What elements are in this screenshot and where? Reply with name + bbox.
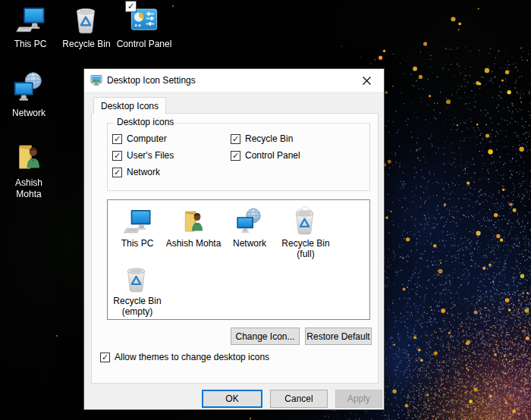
group-label: Desktop icons [114, 117, 177, 127]
preview-item-label: Ashish Mohta [166, 238, 222, 249]
checkbox-box[interactable]: ✓ [112, 151, 122, 161]
desktop-icon-this-pc[interactable]: This PC [3, 4, 58, 50]
checkbox-label: Recycle Bin [245, 133, 293, 144]
check-icon: ✓ [114, 168, 121, 176]
preview-item-network[interactable]: Network [222, 206, 278, 259]
user-folder-icon [11, 139, 46, 174]
restore-default-label: Restore Default [306, 331, 369, 342]
item-selection-checkbox[interactable]: ✓ [125, 1, 137, 12]
apply-label: Apply [347, 393, 370, 404]
check-icon: ✓ [114, 152, 121, 159]
restore-default-button[interactable]: Restore Default [305, 328, 372, 345]
preview-item-label: Network [233, 238, 266, 249]
desktop-icon-label: Recycle Bin [62, 39, 110, 50]
checkbox-recycle-bin[interactable]: ✓ Recycle Bin [231, 133, 293, 145]
desktop-icon-control-panel[interactable]: ✓ Control Panel [114, 4, 174, 50]
checkbox-label: User's Files [127, 150, 174, 161]
close-icon [363, 77, 371, 85]
check-icon: ✓ [102, 353, 108, 361]
recycle-bin-full-icon [291, 206, 321, 237]
dialog-titlebar[interactable]: Desktop Icon Settings [84, 69, 384, 92]
recycle-bin-empty-icon [122, 264, 152, 294]
desktop-icon-label: Control Panel [117, 39, 172, 50]
checkbox-users-files[interactable]: ✓ User's Files [112, 149, 174, 161]
cancel-label: Cancel [284, 393, 313, 404]
change-icon-button[interactable]: Change Icon... [231, 328, 300, 345]
preview-item-recycle-bin-full[interactable]: Recycle Bin (full) [278, 206, 334, 259]
check-icon: ✓ [232, 152, 239, 159]
desktop-icon-ashish-mohta[interactable]: Ashish Mohta [2, 139, 56, 200]
dialog-title: Desktop Icon Settings [107, 75, 350, 86]
checkbox-label: Network [127, 167, 160, 177]
this-pc-icon [122, 206, 152, 237]
ok-button[interactable]: OK [202, 390, 262, 408]
checkbox-box[interactable]: ✓ [112, 134, 122, 144]
tab-desktop-icons[interactable]: Desktop Icons [93, 97, 166, 114]
checkbox-box[interactable]: ✓ [231, 134, 240, 144]
preview-item-recycle-bin-empty[interactable]: Recycle Bin (empty) [109, 264, 165, 317]
desktop-icon-label: Ashish Mohta [10, 177, 48, 200]
desktop-icon-label: Network [12, 108, 46, 119]
checkbox-box[interactable]: ✓ [100, 353, 110, 362]
checkbox-label: Computer [127, 133, 167, 144]
display-settings-icon [90, 74, 102, 86]
network-icon [11, 70, 46, 105]
check-icon: ✓ [114, 135, 121, 143]
checkbox-control-panel[interactable]: ✓ Control Panel [231, 149, 300, 161]
desktop-icon-recycle-bin[interactable]: Recycle Bin [59, 4, 114, 50]
checkbox-label: Control Panel [245, 150, 300, 161]
desktop-icon-label: This PC [14, 39, 47, 50]
network-icon [234, 206, 265, 237]
check-icon: ✓ [232, 135, 239, 143]
tab-label: Desktop Icons [101, 101, 159, 111]
checkbox-label: Allow themes to change desktop icons [115, 352, 269, 362]
preview-item-label: This PC [121, 238, 154, 249]
tab-page: Desktop icons ✓ Computer ✓ User's Files … [91, 113, 379, 384]
preview-item-ashish-mohta[interactable]: Ashish Mohta [165, 206, 222, 259]
preview-item-label: Recycle Bin (full) [281, 238, 331, 259]
recycle-bin-icon [71, 4, 102, 36]
checkbox-computer[interactable]: ✓ Computer [112, 133, 167, 145]
checkbox-allow-themes[interactable]: ✓ Allow themes to change desktop icons [100, 351, 269, 363]
preview-item-this-pc[interactable]: This PC [109, 206, 165, 259]
user-folder-icon [178, 206, 209, 237]
check-icon: ✓ [127, 2, 134, 11]
change-icon-label: Change Icon... [235, 331, 294, 342]
desktop-icon-network[interactable]: Network [2, 70, 56, 119]
preview-item-label: Recycle Bin (empty) [112, 296, 162, 317]
control-panel-icon: ✓ [128, 4, 160, 36]
ok-label: OK [225, 393, 238, 404]
checkbox-box[interactable]: ✓ [112, 168, 122, 177]
apply-button[interactable]: Apply [335, 390, 382, 408]
desktop-icons-group: Desktop icons ✓ Computer ✓ User's Files … [107, 123, 370, 191]
checkbox-box[interactable]: ✓ [231, 151, 240, 161]
cancel-button[interactable]: Cancel [270, 390, 328, 408]
close-button[interactable] [350, 70, 384, 92]
checkbox-network[interactable]: ✓ Network [112, 166, 160, 178]
this-pc-icon [14, 4, 46, 36]
desktop-icon-settings-dialog: Desktop Icon Settings Desktop Icons Desk… [83, 68, 385, 410]
icon-preview-list[interactable]: This PC Ashish Mohta Network Recycle Bin… [107, 199, 370, 320]
